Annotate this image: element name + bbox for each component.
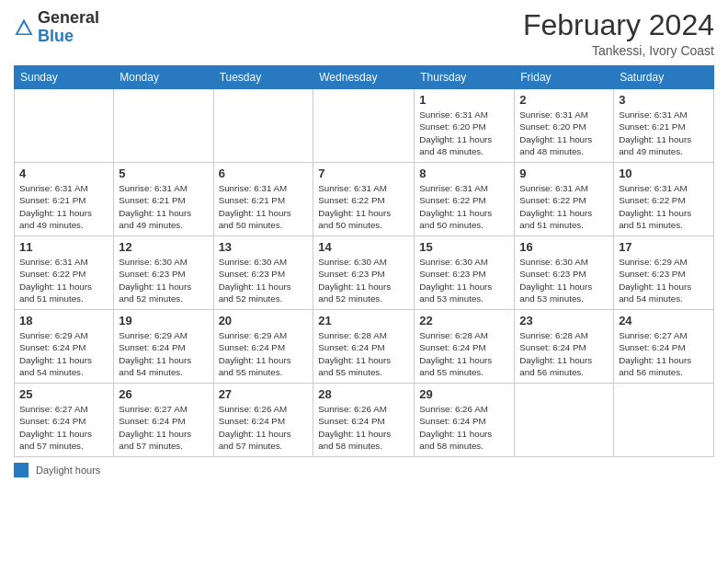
calendar-header-tuesday: Tuesday xyxy=(213,66,313,89)
day-number: 27 xyxy=(219,387,309,401)
calendar-week-2: 4Sunrise: 6:31 AM Sunset: 6:21 PM Daylig… xyxy=(15,163,714,236)
calendar-cell xyxy=(15,89,114,163)
day-number: 20 xyxy=(219,314,309,327)
day-info: Sunrise: 6:26 AM Sunset: 6:24 PM Dayligh… xyxy=(219,403,309,452)
calendar-cell: 1Sunrise: 6:31 AM Sunset: 6:20 PM Daylig… xyxy=(415,89,515,163)
day-number: 16 xyxy=(519,240,609,254)
location: Tankessi, Ivory Coast xyxy=(523,43,714,58)
day-info: Sunrise: 6:30 AM Sunset: 6:23 PM Dayligh… xyxy=(219,256,309,304)
day-info: Sunrise: 6:31 AM Sunset: 6:20 PM Dayligh… xyxy=(419,109,509,157)
calendar-table: SundayMondayTuesdayWednesdayThursdayFrid… xyxy=(14,65,714,457)
day-info: Sunrise: 6:31 AM Sunset: 6:22 PM Dayligh… xyxy=(419,182,509,231)
calendar-cell: 15Sunrise: 6:30 AM Sunset: 6:23 PM Dayli… xyxy=(415,236,515,310)
legend-label: Daylight hours xyxy=(36,465,100,476)
page: General Blue February 2024 Tankessi, Ivo… xyxy=(0,0,728,563)
day-info: Sunrise: 6:28 AM Sunset: 6:24 PM Dayligh… xyxy=(419,329,509,378)
day-number: 17 xyxy=(619,240,709,254)
day-info: Sunrise: 6:31 AM Sunset: 6:20 PM Dayligh… xyxy=(519,109,609,157)
calendar-cell: 25Sunrise: 6:27 AM Sunset: 6:24 PM Dayli… xyxy=(15,384,114,457)
day-number: 14 xyxy=(318,240,409,254)
title-block: February 2024 Tankessi, Ivory Coast xyxy=(523,9,714,58)
day-number: 10 xyxy=(619,167,709,180)
calendar-cell: 19Sunrise: 6:29 AM Sunset: 6:24 PM Dayli… xyxy=(114,310,213,384)
logo-blue-text: Blue xyxy=(38,27,74,45)
calendar-cell: 13Sunrise: 6:30 AM Sunset: 6:23 PM Dayli… xyxy=(213,236,313,310)
calendar-cell: 16Sunrise: 6:30 AM Sunset: 6:23 PM Dayli… xyxy=(515,236,614,310)
calendar-cell xyxy=(614,384,714,457)
day-number: 4 xyxy=(19,167,108,180)
day-info: Sunrise: 6:26 AM Sunset: 6:24 PM Dayligh… xyxy=(318,403,409,452)
day-number: 13 xyxy=(219,240,309,254)
day-number: 23 xyxy=(519,314,609,327)
day-number: 2 xyxy=(519,93,609,107)
calendar-header-saturday: Saturday xyxy=(614,66,714,89)
day-info: Sunrise: 6:31 AM Sunset: 6:21 PM Dayligh… xyxy=(119,182,208,231)
day-info: Sunrise: 6:31 AM Sunset: 6:22 PM Dayligh… xyxy=(619,182,709,231)
day-number: 3 xyxy=(619,93,709,107)
day-info: Sunrise: 6:30 AM Sunset: 6:23 PM Dayligh… xyxy=(419,256,509,304)
day-info: Sunrise: 6:29 AM Sunset: 6:23 PM Dayligh… xyxy=(619,256,709,304)
calendar-cell: 8Sunrise: 6:31 AM Sunset: 6:22 PM Daylig… xyxy=(415,163,515,236)
calendar-cell: 12Sunrise: 6:30 AM Sunset: 6:23 PM Dayli… xyxy=(114,236,213,310)
calendar-header-monday: Monday xyxy=(114,66,213,89)
calendar-cell xyxy=(515,384,614,457)
legend-color-box xyxy=(14,463,28,477)
calendar-cell: 18Sunrise: 6:29 AM Sunset: 6:24 PM Dayli… xyxy=(15,310,114,384)
calendar-cell xyxy=(213,89,313,163)
day-info: Sunrise: 6:29 AM Sunset: 6:24 PM Dayligh… xyxy=(19,329,108,378)
calendar-header-friday: Friday xyxy=(515,66,614,89)
calendar-cell: 29Sunrise: 6:26 AM Sunset: 6:24 PM Dayli… xyxy=(415,384,515,457)
day-number: 1 xyxy=(419,93,509,107)
day-info: Sunrise: 6:31 AM Sunset: 6:22 PM Dayligh… xyxy=(318,182,409,231)
calendar-cell: 28Sunrise: 6:26 AM Sunset: 6:24 PM Dayli… xyxy=(313,384,415,457)
header: General Blue February 2024 Tankessi, Ivo… xyxy=(14,9,714,58)
day-number: 21 xyxy=(318,314,409,327)
day-number: 18 xyxy=(19,314,108,327)
calendar-cell: 21Sunrise: 6:28 AM Sunset: 6:24 PM Dayli… xyxy=(313,310,415,384)
calendar-cell: 14Sunrise: 6:30 AM Sunset: 6:23 PM Dayli… xyxy=(313,236,415,310)
calendar-cell: 4Sunrise: 6:31 AM Sunset: 6:21 PM Daylig… xyxy=(15,163,114,236)
day-info: Sunrise: 6:29 AM Sunset: 6:24 PM Dayligh… xyxy=(119,329,208,378)
calendar-cell: 22Sunrise: 6:28 AM Sunset: 6:24 PM Dayli… xyxy=(415,310,515,384)
calendar-cell: 9Sunrise: 6:31 AM Sunset: 6:22 PM Daylig… xyxy=(515,163,614,236)
day-number: 12 xyxy=(119,240,208,254)
day-number: 24 xyxy=(619,314,709,327)
calendar-cell: 17Sunrise: 6:29 AM Sunset: 6:23 PM Dayli… xyxy=(614,236,714,310)
day-info: Sunrise: 6:28 AM Sunset: 6:24 PM Dayligh… xyxy=(318,329,409,378)
day-info: Sunrise: 6:31 AM Sunset: 6:22 PM Dayligh… xyxy=(519,182,609,231)
calendar-cell: 7Sunrise: 6:31 AM Sunset: 6:22 PM Daylig… xyxy=(313,163,415,236)
day-number: 28 xyxy=(318,387,409,401)
calendar-week-3: 11Sunrise: 6:31 AM Sunset: 6:22 PM Dayli… xyxy=(15,236,714,310)
calendar-cell: 27Sunrise: 6:26 AM Sunset: 6:24 PM Dayli… xyxy=(213,384,313,457)
calendar-cell xyxy=(313,89,415,163)
day-number: 19 xyxy=(119,314,208,327)
day-number: 15 xyxy=(419,240,509,254)
day-info: Sunrise: 6:27 AM Sunset: 6:24 PM Dayligh… xyxy=(119,403,208,452)
day-number: 29 xyxy=(419,387,509,401)
day-number: 25 xyxy=(19,387,108,401)
calendar-cell: 26Sunrise: 6:27 AM Sunset: 6:24 PM Dayli… xyxy=(114,384,213,457)
day-number: 8 xyxy=(419,167,509,180)
day-info: Sunrise: 6:28 AM Sunset: 6:24 PM Dayligh… xyxy=(519,329,609,378)
day-info: Sunrise: 6:27 AM Sunset: 6:24 PM Dayligh… xyxy=(619,329,709,378)
day-info: Sunrise: 6:26 AM Sunset: 6:24 PM Dayligh… xyxy=(419,403,509,452)
calendar-header-sunday: Sunday xyxy=(15,66,114,89)
day-number: 9 xyxy=(519,167,609,180)
day-info: Sunrise: 6:30 AM Sunset: 6:23 PM Dayligh… xyxy=(318,256,409,304)
calendar-cell: 11Sunrise: 6:31 AM Sunset: 6:22 PM Dayli… xyxy=(15,236,114,310)
logo-icon xyxy=(14,17,34,38)
day-number: 11 xyxy=(19,240,108,254)
day-number: 5 xyxy=(119,167,208,180)
calendar-header-thursday: Thursday xyxy=(415,66,515,89)
calendar-cell: 6Sunrise: 6:31 AM Sunset: 6:21 PM Daylig… xyxy=(213,163,313,236)
calendar-cell: 23Sunrise: 6:28 AM Sunset: 6:24 PM Dayli… xyxy=(515,310,614,384)
calendar-week-5: 25Sunrise: 6:27 AM Sunset: 6:24 PM Dayli… xyxy=(15,384,714,457)
calendar-week-1: 1Sunrise: 6:31 AM Sunset: 6:20 PM Daylig… xyxy=(15,89,714,163)
day-info: Sunrise: 6:31 AM Sunset: 6:21 PM Dayligh… xyxy=(19,182,108,231)
calendar-cell: 20Sunrise: 6:29 AM Sunset: 6:24 PM Dayli… xyxy=(213,310,313,384)
day-info: Sunrise: 6:27 AM Sunset: 6:24 PM Dayligh… xyxy=(19,403,108,452)
calendar-cell: 2Sunrise: 6:31 AM Sunset: 6:20 PM Daylig… xyxy=(515,89,614,163)
month-title: February 2024 xyxy=(523,9,714,41)
day-info: Sunrise: 6:30 AM Sunset: 6:23 PM Dayligh… xyxy=(119,256,208,304)
calendar-header-wednesday: Wednesday xyxy=(313,66,415,89)
